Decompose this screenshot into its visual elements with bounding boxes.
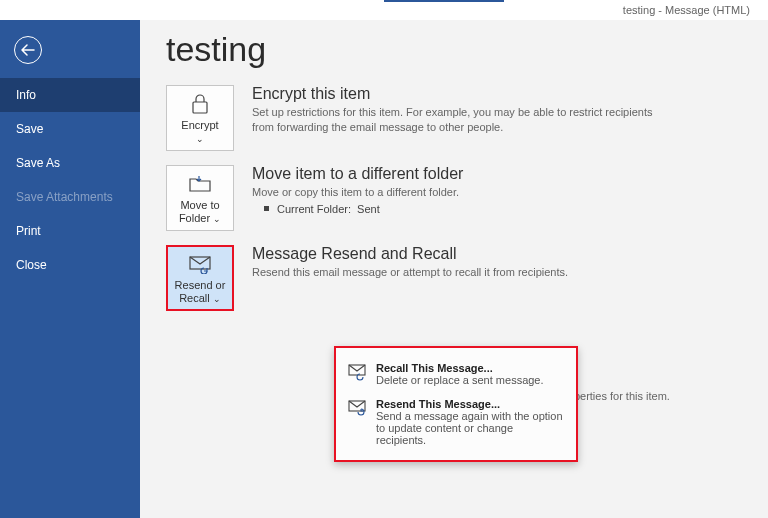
menu-item-desc: Send a message again with the option to …	[376, 410, 564, 446]
envelope-recall-icon	[348, 363, 368, 381]
section-move: Move to Folder ⌄ Move item to a differen…	[166, 165, 748, 231]
move-desc: Move or copy this item to a different fo…	[252, 185, 463, 200]
nav-close[interactable]: Close	[0, 248, 140, 282]
envelope-resend-icon	[348, 399, 368, 417]
page-title: testing	[166, 30, 748, 69]
menu-recall-message[interactable]: Recall This Message... Delete or replace…	[340, 356, 572, 392]
svg-rect-0	[193, 102, 207, 113]
tile-label: Encrypt	[181, 119, 218, 131]
menu-item-desc: Delete or replace a sent message.	[376, 374, 544, 386]
section-encrypt: Encrypt⌄ Encrypt this item Set up restri…	[166, 85, 748, 151]
backstage-sidebar: Info Save Save As Save Attachments Print…	[0, 20, 140, 518]
resend-recall-menu: Recall This Message... Delete or replace…	[334, 346, 578, 462]
resend-heading: Message Resend and Recall	[252, 245, 568, 263]
chevron-down-icon: ⌄	[213, 294, 221, 304]
title-bar: testing - Message (HTML)	[0, 0, 768, 20]
resend-recall-tile[interactable]: Resend or Recall ⌄	[166, 245, 234, 311]
encrypt-heading: Encrypt this item	[252, 85, 672, 103]
nav-label: Save As	[16, 156, 60, 170]
nav-print[interactable]: Print	[0, 214, 140, 248]
nav-save-as[interactable]: Save As	[0, 146, 140, 180]
bullet-icon	[264, 206, 269, 211]
menu-resend-message[interactable]: Resend This Message... Send a message ag…	[340, 392, 572, 452]
lock-icon	[190, 93, 210, 115]
title-accent	[384, 0, 504, 2]
envelope-refresh-icon	[188, 254, 212, 274]
nav-save-attachments: Save Attachments	[0, 180, 140, 214]
move-heading: Move item to a different folder	[252, 165, 463, 183]
nav-label: Print	[16, 224, 41, 238]
section-resend-recall: Resend or Recall ⌄ Message Resend and Re…	[166, 245, 748, 311]
nav-label: Save Attachments	[16, 190, 113, 204]
window-title: testing - Message (HTML)	[623, 4, 750, 16]
resend-desc: Resend this email message or attempt to …	[252, 265, 568, 280]
menu-item-title: Recall This Message...	[376, 362, 544, 374]
current-folder-line: Current Folder: Sent	[252, 203, 463, 215]
chevron-down-icon: ⌄	[213, 214, 221, 224]
current-folder-value: Sent	[357, 203, 380, 215]
menu-item-title: Resend This Message...	[376, 398, 564, 410]
move-tile[interactable]: Move to Folder ⌄	[166, 165, 234, 231]
encrypt-desc: Set up restrictions for this item. For e…	[252, 105, 672, 135]
arrow-left-icon	[21, 44, 35, 56]
chevron-down-icon: ⌄	[196, 134, 204, 144]
nav-info[interactable]: Info	[0, 78, 140, 112]
encrypt-tile[interactable]: Encrypt⌄	[166, 85, 234, 151]
nav-label: Close	[16, 258, 47, 272]
nav-label: Info	[16, 88, 36, 102]
back-button[interactable]	[14, 36, 42, 64]
nav-save[interactable]: Save	[0, 112, 140, 146]
current-folder-label: Current Folder:	[277, 203, 351, 215]
nav-label: Save	[16, 122, 43, 136]
folder-move-icon	[188, 174, 212, 194]
backstage-main: testing Encrypt⌄ Encrypt this item Set u…	[140, 20, 768, 518]
